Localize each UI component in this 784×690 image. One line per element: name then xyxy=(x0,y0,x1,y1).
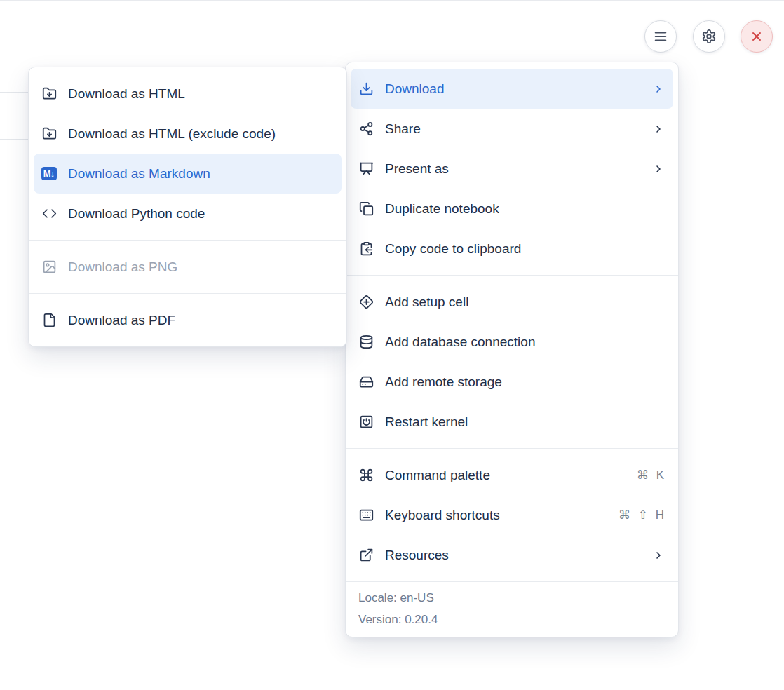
submenu-section-png: Download as PNG xyxy=(29,241,346,293)
folder-down-icon xyxy=(41,126,57,142)
markdown-badge: M↓ xyxy=(41,167,57,180)
locale-text: Locale: en-US xyxy=(358,587,665,609)
chevron-right-icon xyxy=(653,123,664,135)
menu-item-add-remote-storage[interactable]: Add remote storage xyxy=(351,362,673,402)
shortcut-hint: ⌘ K xyxy=(637,468,664,482)
chevron-right-icon xyxy=(653,550,664,561)
menu-section-notebook: Add setup cell Add database connection A… xyxy=(346,276,678,448)
menu-item-add-database[interactable]: Add database connection xyxy=(351,322,673,362)
copy-icon xyxy=(358,201,374,217)
presentation-icon xyxy=(358,161,374,177)
menu-item-label: Present as xyxy=(385,161,653,177)
folder-down-icon xyxy=(41,86,57,102)
menu-item-download[interactable]: Download xyxy=(351,69,673,109)
menu-section-export: Download Share Present as xyxy=(346,62,678,275)
chevron-right-icon xyxy=(653,163,664,175)
menu-item-present-as[interactable]: Present as xyxy=(351,149,673,189)
menu-item-command-palette[interactable]: Command palette ⌘ K xyxy=(351,455,673,495)
menu-item-label: Add setup cell xyxy=(385,295,664,310)
menu-item-label: Keyboard shortcuts xyxy=(385,508,619,523)
menu-item-label: Download as HTML (exclude code) xyxy=(68,126,332,142)
menu-item-label: Add database connection xyxy=(385,334,664,350)
background-cell-border xyxy=(0,92,28,93)
settings-gear-icon xyxy=(701,29,717,44)
menu-item-restart-kernel[interactable]: Restart kernel xyxy=(351,402,673,442)
keyboard-icon xyxy=(358,508,374,523)
clipboard-copy-icon xyxy=(358,241,374,257)
menu-item-download-html[interactable]: Download as HTML xyxy=(34,74,342,114)
menu-item-keyboard-shortcuts[interactable]: Keyboard shortcuts ⌘ ⇧ H xyxy=(351,495,673,535)
menu-item-download-pdf[interactable]: Download as PDF xyxy=(34,300,342,340)
menu-icon xyxy=(653,29,668,44)
menu-item-label: Download as Markdown xyxy=(68,166,332,182)
command-icon xyxy=(358,468,374,483)
hard-drive-icon xyxy=(358,374,374,390)
notebook-menu-button[interactable] xyxy=(644,20,677,53)
menu-item-download-html-exclude-code[interactable]: Download as HTML (exclude code) xyxy=(34,114,342,154)
menu-section-help: Command palette ⌘ K Keyboard shortcuts ⌘… xyxy=(346,449,678,581)
database-icon xyxy=(358,334,374,350)
menu-item-label: Download as PDF xyxy=(68,313,332,328)
close-x-icon xyxy=(750,29,764,43)
menu-item-label: Resources xyxy=(385,548,653,563)
menu-item-duplicate-notebook[interactable]: Duplicate notebook xyxy=(351,189,673,229)
menu-item-add-setup-cell[interactable]: Add setup cell xyxy=(351,282,673,322)
square-power-icon xyxy=(358,414,374,430)
code-icon xyxy=(41,206,57,222)
menu-item-copy-code[interactable]: Copy code to clipboard xyxy=(351,229,673,269)
settings-button[interactable] xyxy=(693,20,725,53)
menu-item-label: Restart kernel xyxy=(385,414,664,430)
external-link-icon xyxy=(358,548,374,563)
chevron-right-icon xyxy=(653,83,664,95)
menu-item-label: Download xyxy=(385,81,653,97)
menu-item-label: Command palette xyxy=(385,468,637,483)
shortcut-hint: ⌘ ⇧ H xyxy=(619,508,664,522)
notebook-actions-menu: Download Share Present as xyxy=(345,62,679,637)
submenu-section-documents: Download as HTML Download as HTML (exclu… xyxy=(29,67,346,240)
menu-item-label: Share xyxy=(385,121,653,137)
download-icon xyxy=(358,81,374,97)
submenu-section-pdf: Download as PDF xyxy=(29,294,346,346)
menu-item-label: Download as HTML xyxy=(68,86,332,102)
menu-item-label: Download Python code xyxy=(68,206,332,222)
download-submenu: Download as HTML Download as HTML (exclu… xyxy=(28,67,347,347)
menu-item-label: Duplicate notebook xyxy=(385,201,664,217)
menu-item-label: Copy code to clipboard xyxy=(385,241,664,257)
file-icon xyxy=(41,313,57,328)
background-cell-border xyxy=(0,139,28,140)
share-icon xyxy=(358,121,374,137)
image-icon xyxy=(41,259,57,275)
close-app-button[interactable] xyxy=(741,20,773,53)
menu-item-share[interactable]: Share xyxy=(351,109,673,149)
menu-item-download-png[interactable]: Download as PNG xyxy=(34,247,342,287)
menu-item-resources[interactable]: Resources xyxy=(351,535,673,575)
markdown-download-icon: M↓ xyxy=(41,166,57,182)
menu-item-label: Add remote storage xyxy=(385,374,664,390)
menu-item-download-python[interactable]: Download Python code xyxy=(34,194,342,234)
version-text: Version: 0.20.4 xyxy=(358,609,665,630)
menu-item-download-markdown[interactable]: M↓ Download as Markdown xyxy=(34,154,342,194)
notebook-page: Download Share Present as xyxy=(0,0,784,690)
menu-item-label: Download as PNG xyxy=(68,259,332,275)
diamond-plus-icon xyxy=(358,295,374,310)
page-top-border xyxy=(0,0,784,1)
menu-footer: Locale: en-US Version: 0.20.4 xyxy=(346,582,678,637)
